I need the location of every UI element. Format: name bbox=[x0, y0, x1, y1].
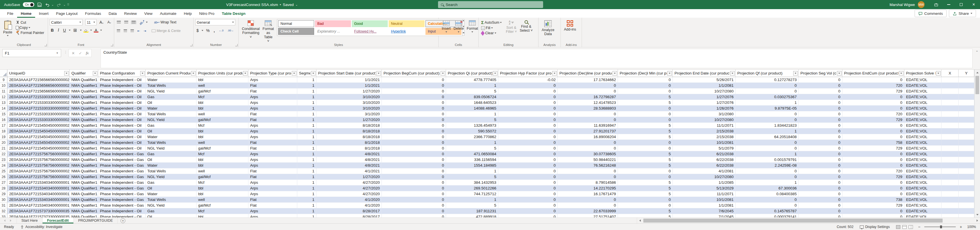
cell[interactable]: 0 bbox=[498, 157, 558, 163]
cell[interactable]: Phase Independent - Oil bbox=[98, 83, 146, 89]
cell[interactable]: Phase Independent - Gas bbox=[98, 191, 146, 197]
cell[interactable]: Oil bbox=[146, 214, 196, 217]
cell[interactable]: 0 bbox=[498, 123, 558, 128]
cell[interactable]: 5 bbox=[446, 203, 498, 208]
cell[interactable]: 0 bbox=[382, 106, 446, 111]
cell[interactable]: 1/1/2085 bbox=[673, 180, 736, 186]
cell[interactable]: 0 bbox=[498, 134, 558, 140]
cell[interactable]: 0 bbox=[382, 128, 446, 134]
cell[interactable]: Arps bbox=[248, 128, 297, 134]
insert-function-button[interactable]: fx bbox=[86, 51, 89, 56]
redo-button[interactable] bbox=[57, 2, 61, 7]
cell[interactable]: 4/27/2020 bbox=[317, 191, 382, 197]
cell[interactable]: 2E0A3AAA1F72157373300000035 bbox=[8, 208, 70, 214]
share-button[interactable]: Share bbox=[949, 10, 976, 17]
cell[interactable]: 0 bbox=[498, 89, 558, 94]
cell[interactable]: 0 bbox=[498, 151, 558, 157]
cell[interactable]: 1 bbox=[297, 186, 317, 191]
cell[interactable]: Oil bbox=[146, 128, 196, 134]
cell[interactable] bbox=[942, 157, 959, 163]
cell[interactable] bbox=[942, 94, 959, 100]
zoom-slider[interactable] bbox=[924, 227, 956, 227]
cell[interactable]: 10/1/2081 bbox=[673, 197, 736, 203]
cell[interactable]: 2E0A3AAA1F7215656656000000209 bbox=[8, 77, 70, 83]
cell[interactable]: 4/1/2081 bbox=[673, 168, 736, 174]
cell[interactable]: 1 bbox=[297, 89, 317, 94]
cell[interactable]: 1 bbox=[736, 128, 799, 134]
cell[interactable]: 1 bbox=[297, 214, 317, 217]
cell[interactable]: Flat bbox=[248, 89, 297, 94]
cell[interactable]: Phase Independent - Gas bbox=[98, 203, 146, 208]
cell[interactable]: 0 bbox=[618, 117, 673, 123]
cell[interactable]: gal/Mcf bbox=[196, 174, 248, 180]
cell[interactable]: 7/6/2045 bbox=[673, 208, 736, 214]
cell[interactable]: 2E0A3AAA1F7215656656000000209 bbox=[8, 83, 70, 89]
analyze-data-button[interactable]: AnalyzeData bbox=[540, 19, 556, 37]
ribbon-tab-nitro-pro[interactable]: Nitro Pro bbox=[196, 9, 218, 18]
cell[interactable]: 2E0A3AAA1F7215450450000000287 bbox=[8, 146, 70, 151]
column-header[interactable]: Phase Configuration bbox=[98, 70, 146, 77]
cell[interactable]: 2E0A3AAA1F7215340340000000182 bbox=[8, 180, 70, 186]
cell[interactable]: 2E0A3AAA1F7215340340000000182 bbox=[8, 191, 70, 197]
cell[interactable]: 0 bbox=[799, 214, 842, 217]
cell[interactable]: 27.91201737 bbox=[558, 128, 618, 134]
row-number[interactable]: 12 bbox=[0, 94, 8, 100]
cell[interactable]: bbl bbox=[196, 157, 248, 163]
column-header[interactable]: Projection Qf (cur product) bbox=[736, 70, 799, 77]
cell[interactable]: bbl bbox=[196, 214, 248, 217]
align-bottom-button[interactable] bbox=[131, 21, 137, 24]
filter-button[interactable] bbox=[837, 71, 842, 76]
cell[interactable]: 0 bbox=[498, 146, 558, 151]
cell[interactable]: 4/8/2021 bbox=[317, 151, 382, 157]
cell[interactable]: Phase Independent - Gas bbox=[98, 197, 146, 203]
cell[interactable]: Arps bbox=[248, 191, 297, 197]
cell[interactable]: 0 bbox=[842, 191, 904, 197]
new-sheet-button[interactable]: + bbox=[121, 218, 126, 223]
row-number[interactable]: 30 bbox=[0, 197, 8, 203]
cell[interactable]: 0 bbox=[842, 180, 904, 186]
cell[interactable]: bbl bbox=[196, 106, 248, 111]
cell[interactable]: 1 bbox=[297, 191, 317, 197]
row-number[interactable]: 23 bbox=[0, 157, 8, 163]
cell[interactable]: 1/27/2020 bbox=[317, 117, 382, 123]
ribbon-tab-automate[interactable]: Automate bbox=[156, 9, 180, 18]
cell[interactable]: 2E0A3AAA1F7215450450000000287 bbox=[8, 128, 70, 134]
cell[interactable]: 0 bbox=[618, 146, 673, 151]
paste-button[interactable]: Paste bbox=[2, 20, 14, 37]
cell[interactable]: 0 bbox=[498, 94, 558, 100]
cell[interactable]: 2.24259E-08 bbox=[736, 163, 799, 168]
cell[interactable] bbox=[959, 197, 974, 203]
name-box[interactable]: F1 ▼ bbox=[2, 49, 61, 57]
filter-button[interactable] bbox=[191, 71, 196, 76]
cell[interactable]: Gas bbox=[146, 180, 196, 186]
cell[interactable]: 8/28/2017 bbox=[317, 214, 382, 217]
cell[interactable]: 0 bbox=[799, 174, 842, 180]
cell[interactable]: 8.79014586 bbox=[558, 180, 618, 186]
cell[interactable]: 0 bbox=[382, 100, 446, 106]
horizontal-scrollbar[interactable] bbox=[637, 218, 980, 224]
filter-button[interactable] bbox=[441, 71, 445, 76]
cell[interactable]: 4/1/2020 bbox=[317, 197, 382, 203]
cell[interactable]: 0 bbox=[618, 174, 673, 180]
ribbon-display-options-button[interactable] bbox=[930, 0, 942, 9]
cell[interactable]: 758 bbox=[842, 140, 904, 146]
cell[interactable]: 1/26/2076 bbox=[673, 106, 736, 111]
cell[interactable]: 0 bbox=[799, 180, 842, 186]
cell[interactable]: 1 bbox=[446, 83, 498, 89]
cell[interactable]: 7/1/2045 bbox=[673, 214, 736, 217]
cell[interactable]: 5 bbox=[446, 89, 498, 94]
cell[interactable]: bbl bbox=[196, 186, 248, 191]
cell[interactable]: NMA Qualifier1 bbox=[70, 83, 98, 89]
cell[interactable]: 0 bbox=[382, 151, 446, 157]
filter-button[interactable] bbox=[493, 71, 498, 76]
cell[interactable]: NGL Yield bbox=[146, 117, 196, 123]
filter-button[interactable] bbox=[140, 71, 145, 76]
cell[interactable]: 10/1/2081 bbox=[673, 140, 736, 146]
cell[interactable]: 50.98440221 bbox=[558, 157, 618, 163]
cell[interactable]: 0 bbox=[382, 117, 446, 123]
cell[interactable]: EDATE;VOL bbox=[904, 180, 942, 186]
cell[interactable] bbox=[942, 77, 959, 83]
cell[interactable]: 5 bbox=[446, 117, 498, 123]
cell[interactable]: Phase Independent - Gas bbox=[98, 186, 146, 191]
cell[interactable]: 0 bbox=[842, 123, 904, 128]
